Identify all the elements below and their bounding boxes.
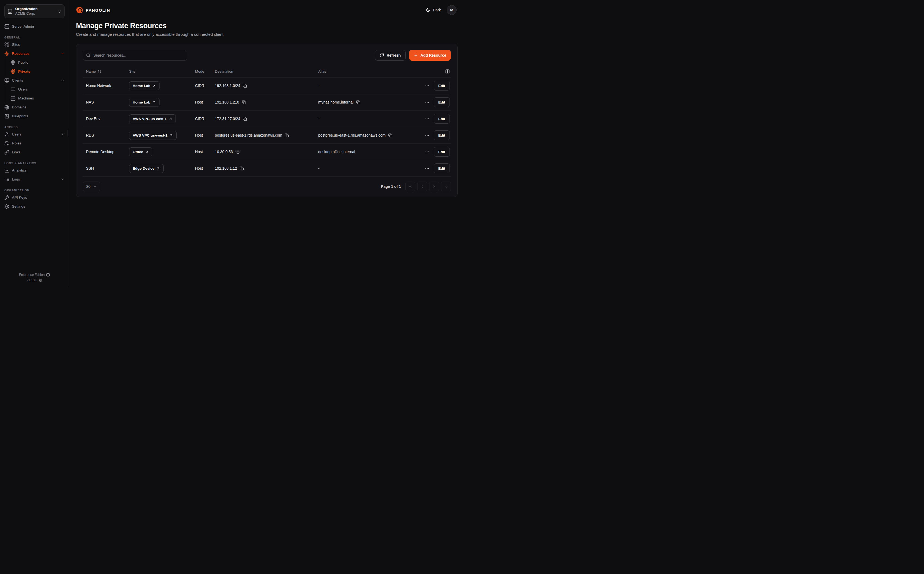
previous-page-button[interactable] [417, 181, 427, 191]
copy-destination-button[interactable] [242, 100, 246, 104]
search-input[interactable] [83, 50, 187, 61]
copy-alias-button[interactable] [388, 133, 392, 137]
external-link-icon [39, 279, 42, 282]
row-menu-button[interactable] [424, 132, 430, 138]
sidebar-item-analytics[interactable]: Analytics [4, 166, 65, 175]
sidebar-item-api-keys[interactable]: API Keys [4, 193, 65, 202]
row-menu-button[interactable] [424, 166, 430, 171]
copy-destination-button[interactable] [240, 166, 244, 170]
key-icon [4, 195, 9, 200]
sidebar-item-label: Machines [18, 96, 65, 100]
site-link-button[interactable]: Office [129, 147, 152, 156]
edit-button[interactable]: Edit [434, 130, 450, 140]
theme-toggle[interactable]: Dark [426, 8, 441, 12]
org-switcher-label: Organization [15, 7, 55, 11]
site-link-button[interactable]: Home Lab [129, 81, 160, 90]
cell-destination: postgres.us-east-1.rds.amazonaws.com [215, 133, 282, 137]
table-row: Remote Desktop Office Host 10.30.0.53 de… [83, 144, 451, 160]
version-line[interactable]: v1.13.0 [4, 278, 65, 282]
sidebar-item-logs[interactable]: Logs [4, 175, 65, 184]
copy-icon [240, 166, 244, 170]
first-page-button[interactable] [405, 181, 415, 191]
sidebar-scrollbar-thumb[interactable] [68, 129, 68, 137]
arrow-up-right-icon [145, 150, 149, 154]
copy-icon [388, 133, 392, 137]
chevron-up-icon [60, 78, 65, 82]
site-label: AWS VPC us-east-1 [133, 117, 166, 121]
row-menu-button[interactable] [424, 99, 430, 105]
pagination-buttons [405, 181, 451, 191]
copy-icon [285, 133, 289, 137]
cell-name: SSH [83, 166, 126, 170]
cell-name: NAS [83, 100, 126, 104]
copy-icon [236, 150, 239, 154]
add-resource-button[interactable]: Add Resource [409, 50, 451, 61]
cell-name: RDS [83, 133, 126, 137]
column-header-name[interactable]: Name [83, 69, 126, 73]
copy-destination-button[interactable] [243, 117, 247, 121]
gear-icon [4, 204, 9, 209]
edit-button[interactable]: Edit [434, 81, 450, 90]
cell-destination: 10.30.0.53 [215, 150, 233, 154]
brand[interactable]: PANGOLIN [76, 6, 110, 14]
page-size-select[interactable]: 20 [83, 181, 100, 191]
sidebar-item-label: Sites [12, 43, 65, 47]
copy-alias-button[interactable] [356, 100, 360, 104]
row-menu-button[interactable] [424, 116, 430, 122]
sidebar-item-label: Users [12, 132, 58, 136]
github-icon[interactable] [46, 273, 50, 277]
sidebar-item-sites[interactable]: Sites [4, 40, 65, 49]
site-link-button[interactable]: AWS VPC us-east-1 [129, 114, 176, 123]
sidebar-item-resources[interactable]: Resources [4, 49, 65, 58]
edit-button[interactable]: Edit [434, 163, 450, 173]
pagination: 20 Page 1 of 1 [83, 181, 451, 191]
sidebar-item-private[interactable]: Private [6, 67, 65, 76]
sort-icon [98, 69, 101, 73]
edit-button[interactable]: Edit [434, 147, 450, 157]
sidebar-item-roles[interactable]: Roles [4, 139, 65, 148]
last-page-button[interactable] [441, 181, 451, 191]
sidebar-item-users[interactable]: Users [4, 130, 65, 139]
next-page-button[interactable] [429, 181, 439, 191]
copy-destination-button[interactable] [285, 133, 289, 137]
cell-alias: desktop.office.internal [315, 150, 419, 154]
site-link-button[interactable]: Home Lab [129, 98, 160, 107]
sidebar-item-domains[interactable]: Domains [4, 103, 65, 112]
chevron-up-icon [60, 52, 65, 55]
sidebar-item-links[interactable]: Links [4, 148, 65, 157]
sidebar-item-settings[interactable]: Settings [4, 202, 65, 211]
row-menu-button[interactable] [424, 149, 430, 155]
sidebar-item-server-admin[interactable]: Server Admin [4, 22, 65, 31]
chevrons-left-icon [408, 184, 412, 189]
org-switcher[interactable]: Organization ACME Corp. [4, 4, 65, 18]
row-menu-button[interactable] [424, 83, 430, 88]
section-header-logs-analytics: LOGS & ANALYTICS [4, 161, 65, 166]
site-link-button[interactable]: Edge Device [129, 164, 164, 173]
sidebar-item-machines[interactable]: Machines [6, 94, 65, 103]
copy-destination-button[interactable] [236, 150, 239, 154]
waypoints-icon [4, 51, 9, 56]
column-header-destination: Destination [212, 69, 315, 73]
main-area: PANGOLIN Dark M Manage Private Resources… [69, 0, 462, 287]
table-row: NAS Home Lab Host 192.168.1.210 mynas.ho… [83, 94, 451, 110]
column-visibility-button[interactable] [445, 69, 450, 74]
table-header: Name Site Mode Destination Alias [83, 66, 451, 77]
avatar[interactable]: M [447, 5, 457, 15]
edit-button[interactable]: Edit [434, 97, 450, 107]
chevron-left-icon [420, 184, 424, 189]
sidebar-item-public[interactable]: Public [6, 58, 65, 67]
ellipsis-icon [425, 150, 429, 154]
sidebar-item-client-users[interactable]: Users [6, 85, 65, 94]
sidebar-item-clients[interactable]: Clients [4, 76, 65, 85]
copy-icon [243, 117, 247, 121]
edit-button[interactable]: Edit [434, 114, 450, 124]
sidebar-item-label: Domains [12, 105, 65, 109]
refresh-button[interactable]: Refresh [375, 50, 405, 61]
sidebar-nav: Server Admin GENERAL Sites Resources Pub… [0, 20, 69, 268]
copy-destination-button[interactable] [243, 84, 247, 88]
site-link-button[interactable]: AWS VPC us-west-1 [129, 131, 177, 140]
sidebar-item-blueprints[interactable]: Blueprints [4, 112, 65, 121]
table-row: Home Network Home Lab CIDR 192.168.1.0/2… [83, 77, 451, 94]
page-info: Page 1 of 1 [381, 184, 401, 189]
org-switcher-value: ACME Corp. [15, 11, 55, 16]
